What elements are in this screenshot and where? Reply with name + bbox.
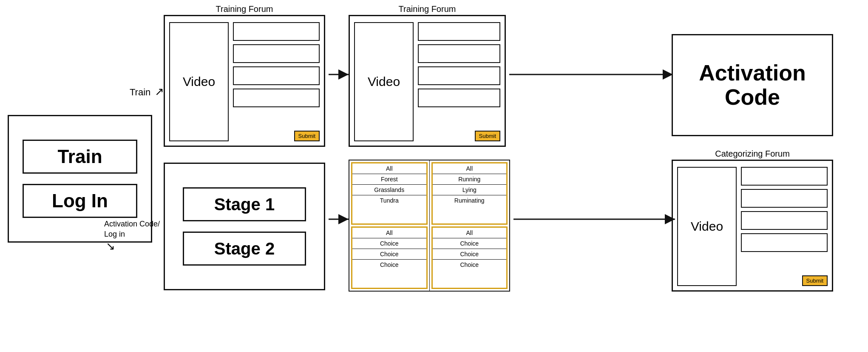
categorizing-forum-title: Categorizing Forum xyxy=(673,149,832,159)
field-2-4 xyxy=(418,89,500,107)
submit-button-1[interactable]: Submit xyxy=(294,131,320,141)
choice-c1-s2-r4: Choice xyxy=(352,260,426,270)
field-1-1 xyxy=(233,22,320,41)
stage-box: Stage 1 Stage 2 xyxy=(164,163,325,290)
submit-button-2[interactable]: Submit xyxy=(475,131,500,141)
choice-c2-s1-r4: Ruminating xyxy=(433,195,507,206)
arrow-forum1-to-forum2 xyxy=(326,66,352,83)
field-2-2 xyxy=(418,44,500,63)
choice-c1-s1-r4: Tundra xyxy=(352,195,426,206)
activation-label: Activation Code/Log in ↘ xyxy=(104,209,160,254)
training-forum-2-video: Video xyxy=(354,22,414,141)
categorizing-forum: Categorizing Forum Video Submit xyxy=(672,160,833,292)
choice-c2-s1-r1: All xyxy=(433,163,507,174)
cat-field-3 xyxy=(741,211,828,230)
choice-c1-s2-r1: All xyxy=(352,228,426,238)
training-forum-2-title: Training Forum xyxy=(350,4,505,14)
categorizing-forum-video: Video xyxy=(677,167,737,286)
choice-c1-s1-r3: Grasslands xyxy=(352,185,426,195)
training-forum-1-video: Video xyxy=(169,22,229,141)
submit-button-cat[interactable]: Submit xyxy=(802,275,828,286)
training-forum-1: Training Forum Video Submit xyxy=(164,15,325,147)
choice-c2-s1-r2: Running xyxy=(433,174,507,185)
field-1-2 xyxy=(233,44,320,63)
field-2-3 xyxy=(418,66,500,85)
cat-field-4 xyxy=(741,233,828,252)
train-button[interactable]: Train xyxy=(23,140,137,174)
arrow-forum2-to-activation xyxy=(507,66,677,83)
field-1-3 xyxy=(233,66,320,85)
training-forum-1-title: Training Forum xyxy=(165,4,324,14)
choice-c2-s2-r4: Choice xyxy=(433,260,507,270)
train-label: Train ↗ xyxy=(130,85,164,98)
choice-c2-s1-r3: Lying xyxy=(433,185,507,195)
choice-grid-container: All Forest Grasslands Tundra All Choice … xyxy=(349,160,510,292)
activation-code-text: Activation Code xyxy=(699,61,806,109)
field-2-1 xyxy=(418,22,500,41)
choice-c2-s2-r1: All xyxy=(433,228,507,238)
arrow-stage-to-choice xyxy=(326,211,352,228)
stage-2-button[interactable]: Stage 2 xyxy=(183,232,306,266)
activation-code-box: Activation Code xyxy=(672,34,833,136)
choice-c2-s2-r3: Choice xyxy=(433,249,507,260)
choice-c2-s2-r2: Choice xyxy=(433,238,507,249)
choice-c1-s1-r1: All xyxy=(352,163,426,174)
training-forum-2: Training Forum Video Submit xyxy=(349,15,506,147)
cat-field-2 xyxy=(741,189,828,208)
choice-c1-s2-r2: Choice xyxy=(352,238,426,249)
arrow-choice-to-cat xyxy=(511,211,679,228)
cat-field-1 xyxy=(741,167,828,186)
choice-c1-s1-r2: Forest xyxy=(352,174,426,185)
diagram: Train Log In Train ↗ Activation Code/Log… xyxy=(0,0,868,352)
choice-c1-s2-r3: Choice xyxy=(352,249,426,260)
stage-1-button[interactable]: Stage 1 xyxy=(183,187,306,221)
field-1-4 xyxy=(233,89,320,107)
